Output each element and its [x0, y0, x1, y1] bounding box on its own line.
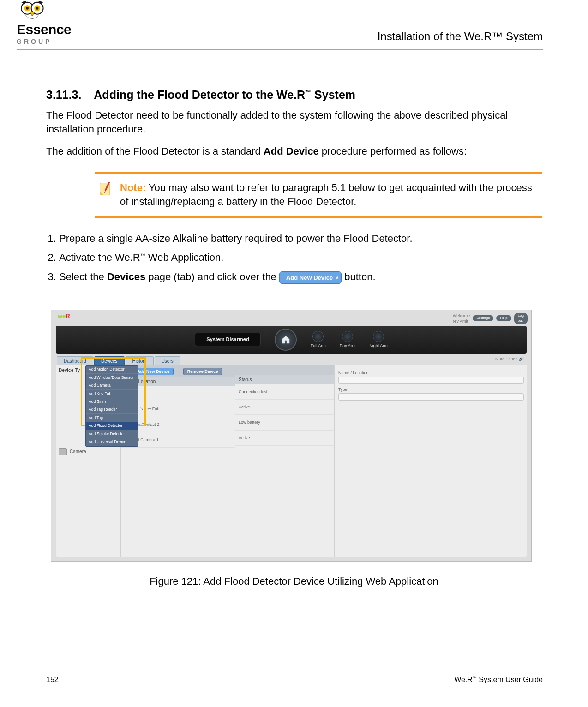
- note-callout: Note: You may also want to refer to para…: [95, 172, 542, 217]
- tm-mark: ™: [473, 676, 477, 680]
- section-title-prefix: Adding the Flood Detector to the We.R: [94, 88, 305, 101]
- note-text: Note: You may also want to refer to para…: [120, 181, 537, 208]
- table-row: Low battery: [235, 415, 334, 430]
- status-bar: System Disarmed Full Arm Day Arm Night A…: [56, 326, 527, 354]
- dd-flood-detector[interactable]: Add Flood Detector: [86, 422, 138, 430]
- dd-siren[interactable]: Add Siren: [86, 398, 138, 406]
- dd-keyfob[interactable]: Add Key Fob: [86, 390, 138, 398]
- name-column-header: Name/Location: [121, 377, 235, 387]
- name-field[interactable]: [338, 377, 524, 384]
- dd-tag[interactable]: Add Tag: [86, 414, 138, 422]
- table-row: Active: [235, 400, 334, 415]
- step-3: Select the Devices page (tab) and click …: [59, 270, 542, 284]
- table-row: Active: [235, 431, 334, 446]
- paragraph-1: The Flood Detector need to be functional…: [46, 108, 542, 136]
- type-field[interactable]: [338, 393, 524, 401]
- section-number: 3.11.3.: [46, 88, 81, 101]
- dd-motion[interactable]: Add Motion Detector: [86, 366, 138, 374]
- svg-point-5: [36, 7, 39, 10]
- add-new-device-button[interactable]: Add New Devicev: [279, 271, 342, 284]
- numbered-steps: Prepare a single AA-size Alkaline batter…: [46, 232, 542, 284]
- owl-icon: [17, 1, 50, 22]
- add-new-device-button[interactable]: Add New Device: [133, 368, 174, 375]
- dd-universal[interactable]: Add Universal Device: [86, 438, 138, 446]
- name-field-label: Name / Location:: [338, 370, 523, 376]
- day-arm-button[interactable]: Day Arm: [340, 331, 356, 348]
- figure-caption: Figure 121: Add Flood Detector Device Ut…: [46, 575, 542, 588]
- tab-dashboard[interactable]: Dashboard: [57, 356, 93, 366]
- logout-button[interactable]: Log out: [514, 313, 528, 324]
- svg-point-4: [26, 7, 29, 10]
- app-logo: weR: [58, 312, 70, 320]
- add-device-dropdown[interactable]: Add Motion Detector Add Window/Door Sens…: [85, 365, 138, 447]
- welcome-text: Welcome Niv Amit: [453, 313, 470, 324]
- dd-window-door[interactable]: Add Window/Door Sensor: [86, 374, 138, 382]
- mute-sound[interactable]: Mute Sound 🔊: [495, 356, 524, 362]
- tm-mark: ™: [140, 252, 145, 258]
- detail-panel: Name / Location: Type:: [335, 365, 527, 557]
- note-icon: [98, 181, 114, 197]
- section-title-suffix: System: [311, 88, 355, 101]
- logo-word: Essence: [17, 20, 71, 39]
- logo-subtitle: GROUP: [17, 37, 52, 46]
- footer-guide-title: We.R™ System User Guide: [454, 675, 543, 685]
- tm-mark: ™: [305, 89, 311, 96]
- dd-smoke-detector[interactable]: Add Smoke Detector: [86, 430, 138, 438]
- header-chapter-title: Installation of the We.R™ System: [378, 29, 543, 46]
- dd-camera[interactable]: Add Camera: [86, 382, 138, 390]
- add-remove-toolbar: Add New Device Remove Device: [121, 365, 235, 377]
- main-tabs: Dashboard Devices History Users: [57, 356, 181, 366]
- arm-status: System Disarmed: [195, 333, 260, 346]
- page-footer: 152 We.R™ System User Guide: [46, 675, 543, 685]
- page-header: Essence GROUP Installation of the We.R™ …: [0, 0, 588, 46]
- type-field-label: Type:: [338, 387, 523, 392]
- step-1: Prepare a single AA-size Alkaline batter…: [59, 232, 542, 246]
- dd-tag-reader[interactable]: Add Tag Reader: [86, 406, 138, 414]
- remove-device-button[interactable]: Remove Device: [183, 368, 222, 375]
- table-row[interactable]: Niv Test Camera 1: [121, 432, 235, 448]
- note-bottom-bar: [95, 216, 542, 218]
- help-button[interactable]: Help: [496, 315, 511, 321]
- figure-screenshot: weR Welcome Niv Amit Settings Help Log o…: [51, 310, 532, 562]
- table-row: Connection lost: [235, 384, 334, 400]
- tab-devices[interactable]: Devices: [94, 356, 125, 366]
- settings-button[interactable]: Settings: [473, 315, 493, 321]
- paragraph-2: The addition of the Flood Detector is a …: [46, 144, 542, 158]
- step-2: Activate the We.R™ Web Application.: [59, 251, 542, 264]
- full-arm-button[interactable]: Full Arm: [311, 331, 326, 348]
- home-icon[interactable]: [275, 329, 297, 351]
- table-row[interactable]: Siren-1: [121, 386, 235, 401]
- camera-icon: [59, 448, 67, 455]
- header-user-strip: Welcome Niv Amit Settings Help Log out: [457, 313, 528, 324]
- brand-logo: Essence GROUP: [17, 1, 71, 46]
- status-column-header: Status: [235, 375, 334, 385]
- tab-history[interactable]: History: [126, 356, 154, 366]
- section-heading: 3.11.3. Adding the Flood Detector to the…: [46, 87, 542, 103]
- night-arm-button[interactable]: Night Arm: [369, 331, 388, 348]
- note-label: Note:: [120, 182, 146, 193]
- table-row[interactable]: MagneticContact-2: [121, 417, 235, 432]
- page-number: 152: [46, 675, 59, 685]
- table-row[interactable]: Niv Amit's Key Fob: [121, 401, 235, 417]
- tab-users[interactable]: Users: [155, 356, 180, 366]
- chevron-down-icon: v: [336, 274, 339, 282]
